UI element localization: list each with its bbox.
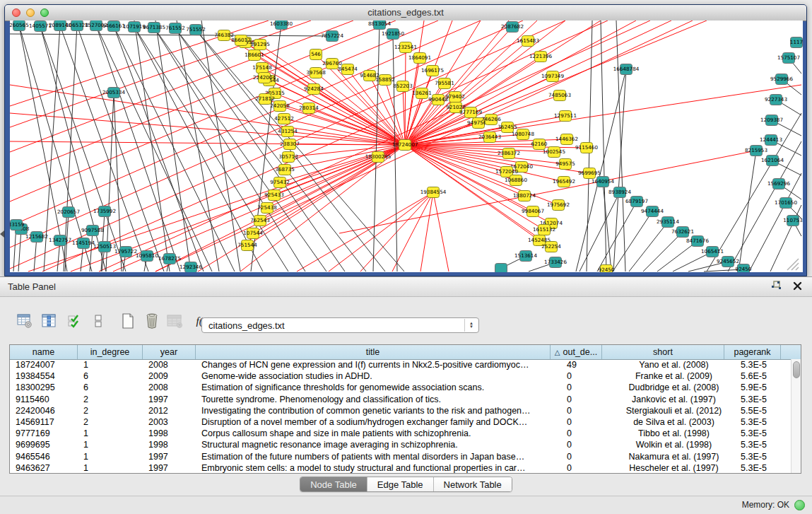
graph-node[interactable]: 9227343 bbox=[765, 95, 787, 105]
graph-edge-black[interactable] bbox=[114, 26, 235, 271]
graph-edge-red[interactable] bbox=[329, 192, 433, 271]
column-header-out_de[interactable]: △out_de... bbox=[551, 345, 602, 359]
table-cell[interactable]: 5.3E-5 bbox=[735, 439, 792, 450]
delete-column-button[interactable] bbox=[143, 312, 161, 330]
graph-node[interactable]: 1446362 bbox=[555, 134, 578, 145]
table-cell[interactable]: Estimation of significance thresholds fo… bbox=[196, 382, 561, 393]
graph-node[interactable]: 1696175 bbox=[421, 66, 444, 76]
graph-edge-red[interactable] bbox=[42, 21, 608, 271]
graph-node[interactable]: 1232541 bbox=[394, 42, 417, 53]
graph-edge-black[interactable] bbox=[601, 21, 606, 271]
table-cell[interactable]: Embryonic stem cells: a model to study s… bbox=[196, 462, 561, 473]
table-cell[interactable]: Estimation of the future numbers of pati… bbox=[196, 451, 561, 462]
graph-node[interactable]: 62160 bbox=[531, 139, 548, 150]
table-cell[interactable]: 49 bbox=[561, 359, 613, 370]
graph-node[interactable]: 33159 bbox=[10, 220, 25, 230]
table-cell[interactable]: 0 bbox=[561, 370, 613, 382]
graph-edge-black[interactable] bbox=[613, 211, 652, 271]
table-mode-button[interactable] bbox=[16, 312, 34, 330]
table-selector-dropdown[interactable]: citations_edges.txt ▲▼ bbox=[201, 317, 479, 333]
table-row[interactable]: 911546021997Tourette syndrome. Phenomeno… bbox=[10, 394, 792, 405]
tab-network-table[interactable]: Network Table bbox=[434, 477, 512, 491]
table-cell[interactable]: 1 bbox=[78, 462, 143, 473]
table-cell[interactable]: Stergiakouli et al. (2012) bbox=[613, 405, 735, 416]
table-cell[interactable]: 0 bbox=[561, 394, 613, 405]
graph-node[interactable]: 761552 bbox=[165, 23, 184, 34]
graph-node[interactable]: 9474444 bbox=[641, 206, 664, 217]
table-cell[interactable]: Dudbridge et al. (2008) bbox=[613, 382, 735, 393]
table-cell[interactable]: 9115460 bbox=[10, 394, 78, 405]
column-header-in_degree[interactable]: in_degree bbox=[78, 345, 143, 359]
table-cell[interactable]: 9463627 bbox=[10, 462, 78, 473]
table-cell[interactable]: 18724007 bbox=[10, 359, 78, 370]
graph-edge-black[interactable] bbox=[18, 229, 21, 271]
table-cell[interactable]: de Silva et al. (2003) bbox=[613, 416, 735, 428]
graph-node[interactable]: 158852 bbox=[375, 75, 394, 86]
graph-edge-black[interactable] bbox=[96, 25, 212, 271]
graph-node[interactable]: 19384554 bbox=[420, 187, 447, 198]
graph-edge-black[interactable] bbox=[739, 151, 756, 271]
graph-node[interactable]: 8471676 bbox=[686, 236, 709, 247]
table-row[interactable]: 946554611997Estimation of the future num… bbox=[10, 451, 792, 462]
table-cell[interactable]: 0 bbox=[561, 405, 613, 416]
graph-node[interactable]: 1002545 bbox=[543, 147, 565, 158]
graph-node[interactable]: 397568 bbox=[306, 68, 326, 78]
graph-node[interactable]: 9097588 bbox=[81, 226, 104, 236]
column-header-year[interactable]: year bbox=[143, 345, 196, 359]
table-cell[interactable]: Tibbo et al. (1998) bbox=[613, 428, 735, 439]
graph-node[interactable]: 1615132 bbox=[533, 225, 555, 235]
table-cell[interactable]: 2003 bbox=[143, 416, 196, 428]
graph-node[interactable]: 305713 bbox=[278, 152, 298, 163]
table-cell[interactable]: Franke et al. (2009) bbox=[613, 370, 735, 382]
table-cell[interactable]: 2012 bbox=[143, 405, 196, 416]
graph-edge-black[interactable] bbox=[707, 113, 801, 271]
graph-node[interactable]: 1965492 bbox=[553, 177, 575, 187]
table-cell[interactable]: 2009 bbox=[143, 370, 196, 382]
graph-node[interactable]: 110753 bbox=[783, 216, 802, 226]
table-row[interactable]: 1872400712008Changes of HCN gene express… bbox=[10, 359, 792, 370]
table-cell[interactable]: 5.6E-5 bbox=[735, 370, 792, 382]
table-cell[interactable]: Structural magnetic resonance image aver… bbox=[196, 439, 561, 450]
table-cell[interactable]: 1997 bbox=[143, 462, 196, 473]
collapse-panel-arrow-icon[interactable] bbox=[0, 230, 4, 238]
table-cell[interactable]: 1 bbox=[78, 451, 143, 462]
graph-node[interactable]: 260565 bbox=[10, 21, 29, 31]
graph-node[interactable]: 7485063 bbox=[548, 90, 571, 101]
graph-edge-black[interactable] bbox=[643, 232, 683, 271]
table-cell[interactable]: 5.3E-5 bbox=[735, 416, 792, 428]
graph-node[interactable]: 2005334 bbox=[102, 88, 125, 98]
graph-edge-black[interactable] bbox=[64, 25, 77, 271]
column-header-title[interactable]: title bbox=[196, 345, 551, 359]
table-row[interactable]: 969969511998Structural magnetic resonanc… bbox=[10, 439, 792, 450]
graph-node[interactable]: 2087682 bbox=[501, 22, 524, 33]
table-cell[interactable]: 5.5E-5 bbox=[735, 405, 792, 416]
graph-node[interactable]: 1678275 bbox=[158, 254, 181, 264]
graph-node[interactable]: 751552 bbox=[186, 25, 205, 35]
graph-node[interactable]: 2386372 bbox=[498, 148, 520, 159]
graph-node[interactable]: 2935114 bbox=[657, 217, 679, 228]
graph-node[interactable]: 368735 bbox=[275, 165, 294, 175]
graph-node[interactable]: 427512 bbox=[274, 114, 293, 124]
table-cell[interactable]: 6 bbox=[78, 382, 143, 393]
table-cell[interactable]: 5.3E-5 bbox=[735, 462, 792, 473]
compact-view-button[interactable] bbox=[89, 312, 107, 330]
table-cell[interactable]: Changes of HCN gene expression and I(f) … bbox=[196, 359, 561, 370]
select-all-button[interactable] bbox=[65, 312, 83, 330]
table-cell[interactable]: 1 bbox=[78, 428, 143, 439]
graph-node[interactable]: 1250513 bbox=[93, 242, 116, 252]
show-column-button[interactable] bbox=[40, 312, 58, 330]
graph-node[interactable]: 1342757 bbox=[49, 235, 71, 246]
graph-edge-red[interactable] bbox=[405, 107, 456, 145]
column-header-name[interactable]: name bbox=[10, 345, 78, 359]
graph-edge-red[interactable] bbox=[28, 145, 405, 271]
table-cell[interactable]: Jankovic et al. (1997) bbox=[613, 394, 735, 405]
graph-node[interactable]: 762543 bbox=[250, 216, 269, 226]
graph-edge-red[interactable] bbox=[403, 86, 405, 145]
graph-node[interactable]: 92450 bbox=[736, 264, 752, 273]
table-cell[interactable]: Hescheler et al. (1997) bbox=[613, 462, 735, 473]
graph-node[interactable]: 1095810 bbox=[136, 251, 158, 262]
graph-node[interactable]: 1221396 bbox=[529, 52, 552, 62]
graph-node[interactable]: 1117 bbox=[790, 37, 803, 48]
tab-edge-table[interactable]: Edge Table bbox=[367, 477, 434, 491]
table-cell[interactable]: 1 bbox=[78, 359, 143, 370]
